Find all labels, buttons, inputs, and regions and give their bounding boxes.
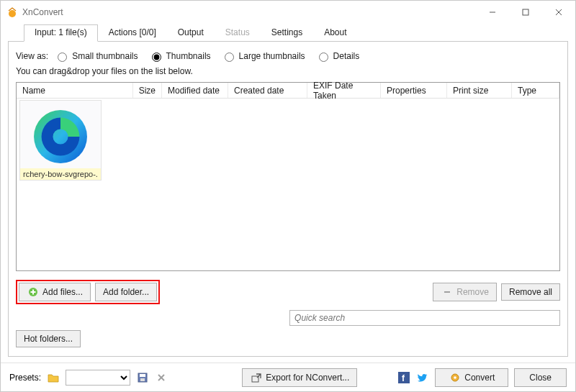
radio-large-thumbnails[interactable]: Large thumbnails [221, 50, 305, 62]
close-button[interactable]: Close [514, 368, 567, 387]
bottom-bar: Presets: Export for NConvert... f [1, 363, 575, 391]
view-as-row: View as: Small thumbnails Thumbnails Lar… [16, 50, 560, 62]
col-exif[interactable]: EXIF Date Taken [307, 83, 381, 98]
delete-preset-icon[interactable] [155, 371, 168, 384]
input-panel: View as: Small thumbnails Thumbnails Lar… [8, 41, 568, 357]
app-window: XnConvert Input: 1 file(s) Actions [0/0]… [0, 0, 576, 392]
search-row [16, 310, 560, 326]
add-folder-button[interactable]: Add folder... [95, 283, 157, 301]
tab-output[interactable]: Output [167, 24, 215, 42]
export-nconvert-button[interactable]: Export for NConvert... [242, 368, 357, 387]
add-files-button[interactable]: Add files... [19, 283, 91, 301]
tab-input[interactable]: Input: 1 file(s) [24, 24, 98, 42]
svg-rect-2 [523, 9, 528, 15]
col-modified[interactable]: Modified date [162, 83, 228, 98]
gear-run-icon [449, 371, 462, 384]
drag-drop-hint: You can drag&drop your files on the list… [16, 66, 560, 76]
file-list[interactable]: Name Size Modified date Created date EXI… [16, 82, 560, 271]
view-as-label: View as: [16, 51, 48, 61]
file-buttons-row: Add files... Add folder... Remove Remove… [16, 280, 560, 304]
convert-button[interactable]: Convert [435, 368, 508, 387]
facebook-icon[interactable]: f [397, 371, 410, 384]
tab-strip: Input: 1 file(s) Actions [0/0] Output St… [24, 24, 568, 41]
svg-point-0 [9, 10, 16, 17]
remove-all-button[interactable]: Remove all [501, 283, 560, 301]
thumbnail-image [20, 101, 101, 168]
twitter-icon[interactable] [416, 371, 429, 384]
minus-icon [441, 286, 454, 298]
radio-details[interactable]: Details [315, 50, 360, 62]
tab-status[interactable]: Status [215, 24, 261, 42]
col-printsize[interactable]: Print size [447, 83, 512, 98]
thumbnail-caption: rchery-bow-svgrepo-. [20, 168, 101, 180]
quick-search-input[interactable] [289, 310, 560, 326]
svg-rect-12 [140, 378, 145, 381]
column-headers: Name Size Modified date Created date EXI… [17, 83, 559, 99]
tab-actions[interactable]: Actions [0/0] [98, 24, 167, 42]
col-type[interactable]: Type [512, 83, 559, 98]
minimize-button[interactable] [476, 1, 509, 24]
close-window-button[interactable] [542, 1, 575, 24]
radio-thumbnails[interactable]: Thumbnails [148, 50, 211, 62]
window-title: XnConvert [22, 7, 63, 17]
thumbnail-item[interactable]: rchery-bow-svgrepo-. [19, 100, 102, 181]
col-name[interactable]: Name [17, 83, 133, 98]
open-preset-icon[interactable] [47, 371, 60, 384]
hot-folders-button[interactable]: Hot folders... [16, 330, 81, 347]
svg-point-19 [454, 376, 456, 379]
app-icon [6, 6, 18, 18]
plus-file-icon [27, 286, 40, 298]
remove-button[interactable]: Remove [433, 283, 497, 301]
svg-rect-11 [140, 374, 145, 377]
save-preset-icon[interactable] [136, 371, 149, 384]
tab-about[interactable]: About [313, 24, 357, 42]
export-icon [250, 371, 263, 384]
preset-select[interactable] [66, 370, 130, 386]
col-properties[interactable]: Properties [381, 83, 447, 98]
tutorial-highlight: Add files... Add folder... [16, 280, 160, 304]
titlebar: XnConvert [1, 1, 575, 24]
maximize-button[interactable] [509, 1, 542, 24]
radio-small-thumbnails[interactable]: Small thumbnails [54, 50, 138, 62]
col-size[interactable]: Size [133, 83, 162, 98]
thumbnails-area[interactable]: rchery-bow-svgrepo-. [17, 99, 559, 270]
tab-settings[interactable]: Settings [261, 24, 313, 42]
presets-label: Presets: [9, 373, 41, 383]
col-created[interactable]: Created date [228, 83, 307, 98]
